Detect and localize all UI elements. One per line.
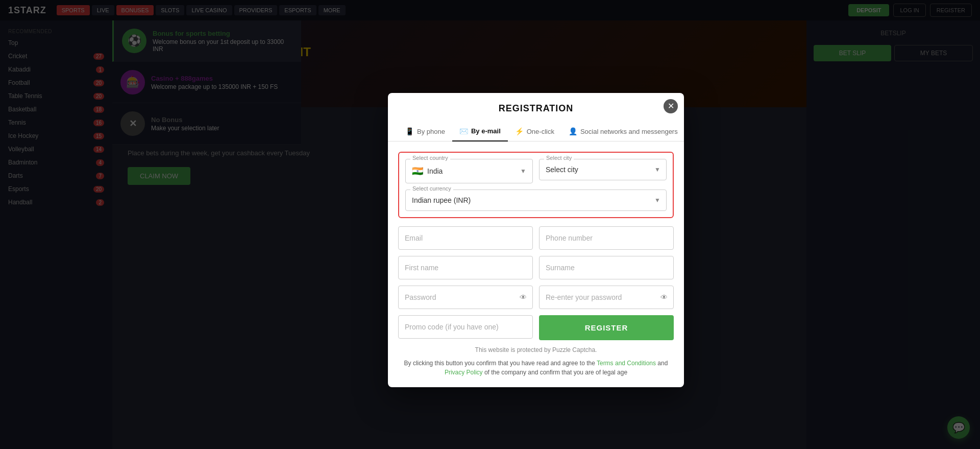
modal-close-button[interactable]: ✕ xyxy=(664,99,678,113)
name-row xyxy=(398,256,674,279)
registration-modal: ✕ REGISTRATION 📱 By phone ✉️ By e-mail ⚡… xyxy=(388,93,684,387)
terms-link[interactable]: Terms and Conditions xyxy=(597,360,656,367)
currency-label: Select currency xyxy=(410,185,453,192)
location-section: Select country 🇮🇳 India ▼ Select city xyxy=(398,152,674,218)
tab-by-phone[interactable]: 📱 By phone xyxy=(398,122,452,141)
social-tab-icon: 👤 xyxy=(569,127,577,135)
modal-body: Select country 🇮🇳 India ▼ Select city xyxy=(388,141,684,387)
terms-text: By clicking this button you confirm that… xyxy=(398,359,674,377)
registration-tabs: 📱 By phone ✉️ By e-mail ⚡ One-click 👤 So… xyxy=(388,122,684,141)
email-phone-row xyxy=(398,226,674,250)
promo-input[interactable] xyxy=(398,315,533,339)
firstname-group xyxy=(398,256,533,279)
promo-register-row: REGISTER xyxy=(398,315,674,340)
password-row: 👁 👁 xyxy=(398,286,674,309)
country-select[interactable]: 🇮🇳 India ▼ xyxy=(405,159,533,183)
oneclick-tab-icon: ⚡ xyxy=(515,127,524,135)
promo-group xyxy=(398,315,533,340)
country-flag: 🇮🇳 xyxy=(412,166,423,177)
register-btn-container: REGISTER xyxy=(539,315,674,340)
phone-input[interactable] xyxy=(539,226,674,250)
password-toggle-icon[interactable]: 👁 xyxy=(520,293,527,301)
tab-oneclick[interactable]: ⚡ One-click xyxy=(508,122,561,141)
privacy-link[interactable]: Privacy Policy xyxy=(445,369,483,376)
currency-group: Select currency Indian rupee (INR) ▼ xyxy=(405,190,667,211)
country-label: Select country xyxy=(410,155,450,161)
modal-overlay: ✕ REGISTRATION 📱 By phone ✉️ By e-mail ⚡… xyxy=(0,0,980,449)
email-input[interactable] xyxy=(398,226,533,250)
city-select[interactable]: Select city xyxy=(539,159,667,180)
phone-tab-icon: 📱 xyxy=(405,127,414,135)
currency-row: Select currency Indian rupee (INR) ▼ xyxy=(405,190,667,211)
register-button[interactable]: REGISTER xyxy=(539,315,674,340)
country-value: India xyxy=(427,167,526,175)
surname-input[interactable] xyxy=(539,256,674,279)
firstname-input[interactable] xyxy=(398,256,533,279)
country-city-row: Select country 🇮🇳 India ▼ Select city xyxy=(405,159,667,183)
password-input[interactable] xyxy=(398,286,533,309)
reenter-password-input[interactable] xyxy=(539,286,674,309)
city-group: Select city Select city ▼ xyxy=(539,159,667,183)
city-label: Select city xyxy=(544,155,574,161)
modal-title: REGISTRATION xyxy=(388,93,684,122)
email-tab-icon: ✉️ xyxy=(459,127,468,135)
password-group: 👁 xyxy=(398,286,533,309)
tab-social[interactable]: 👤 Social networks and messengers xyxy=(561,122,685,141)
reenter-toggle-icon[interactable]: 👁 xyxy=(660,293,668,301)
tab-by-email[interactable]: ✉️ By e-mail xyxy=(452,122,508,141)
phone-group xyxy=(539,226,674,250)
captcha-text: This website is protected by Puzzle Capt… xyxy=(398,346,674,353)
currency-select[interactable]: Indian rupee (INR) xyxy=(405,190,667,211)
email-group xyxy=(398,226,533,250)
surname-group xyxy=(539,256,674,279)
country-group: Select country 🇮🇳 India ▼ xyxy=(405,159,533,183)
reenter-group: 👁 xyxy=(539,286,674,309)
